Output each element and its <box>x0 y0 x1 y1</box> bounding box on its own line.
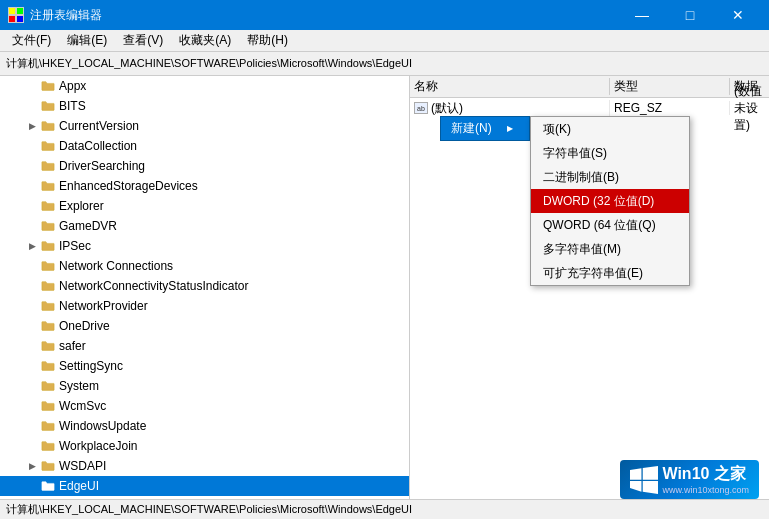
tree-label-networkconnections: Network Connections <box>59 259 173 273</box>
tree-item-safer[interactable]: ▶ safer <box>0 336 409 356</box>
tree-label-wcmsvc: WcmSvc <box>59 399 106 413</box>
tree-item-networkconnectivitystatusindicator[interactable]: ▶ NetworkConnectivityStatusIndicator <box>0 276 409 296</box>
minimize-button[interactable]: — <box>619 0 665 30</box>
tree-item-datacollection[interactable]: ▶ DataCollection <box>0 136 409 156</box>
submenu-item-qword[interactable]: QWORD (64 位值(Q) <box>531 213 689 237</box>
new-menu-item[interactable]: 新建(N) ▶ <box>440 116 530 141</box>
folder-icon-networkprovider <box>40 298 56 314</box>
menu-help[interactable]: 帮助(H) <box>239 30 296 51</box>
watermark-text: Win10 之家 www.win10xtong.com <box>662 464 749 495</box>
tree-label-settingsync: SettingSync <box>59 359 123 373</box>
folder-icon-onedrive <box>40 318 56 334</box>
status-text: 计算机\HKEY_LOCAL_MACHINE\SOFTWARE\Policies… <box>6 502 412 517</box>
folder-icon-bits <box>40 98 56 114</box>
new-submenu: 项(K)字符串值(S)二进制制值(B)DWORD (32 位值(D)QWORD … <box>530 116 690 286</box>
new-arrow: ▶ <box>507 124 513 133</box>
folder-icon-settingsync <box>40 358 56 374</box>
tree-item-networkprovider[interactable]: ▶ NetworkProvider <box>0 296 409 316</box>
tree-label-onedrive: OneDrive <box>59 319 110 333</box>
folder-icon-windowsadvanced <box>40 498 56 499</box>
tree-item-explorer[interactable]: ▶ Explorer <box>0 196 409 216</box>
tree-label-driversearching: DriverSearching <box>59 159 145 173</box>
svg-rect-3 <box>17 16 23 22</box>
folder-icon-workplacejoin <box>40 438 56 454</box>
address-path: 计算机\HKEY_LOCAL_MACHINE\SOFTWARE\Policies… <box>6 56 412 71</box>
svg-rect-1 <box>17 8 23 14</box>
folder-icon-networkconnectivitystatusindicator <box>40 278 56 294</box>
folder-icon-system <box>40 378 56 394</box>
menu-file[interactable]: 文件(F) <box>4 30 59 51</box>
folder-icon-wcmsvc <box>40 398 56 414</box>
win-logo <box>630 466 658 494</box>
cell-name: ab (默认) <box>410 100 610 117</box>
tree-item-gamedvr[interactable]: ▶ GameDVR <box>0 216 409 236</box>
status-bar: 计算机\HKEY_LOCAL_MACHINE\SOFTWARE\Policies… <box>0 499 769 519</box>
tree-item-settingsync[interactable]: ▶ SettingSync <box>0 356 409 376</box>
submenu-item-k[interactable]: 项(K) <box>531 117 689 141</box>
submenu-item-s[interactable]: 字符串值(S) <box>531 141 689 165</box>
context-menu-overlay: 新建(N) ▶ 项(K)字符串值(S)二进制制值(B)DWORD (32 位值(… <box>440 116 530 141</box>
table-header: 名称 类型 数据 <box>410 76 769 98</box>
title-bar-left: 注册表编辑器 <box>8 7 102 24</box>
tree-label-currentversion: CurrentVersion <box>59 119 139 133</box>
cell-data: (数值未设置) <box>730 83 769 134</box>
tree-toggle-currentversion[interactable]: ▶ <box>24 118 40 134</box>
tree-label-wsdapi: WSDAPI <box>59 459 106 473</box>
menu-favorites[interactable]: 收藏夹(A) <box>171 30 239 51</box>
tree-item-driversearching[interactable]: ▶ DriverSearching <box>0 156 409 176</box>
tree-item-windowsadvanced[interactable]: ▶ Windows Advanced Threat Protection <box>0 496 409 499</box>
folder-icon-safer <box>40 338 56 354</box>
tree-item-ipsec[interactable]: ▶ IPSec <box>0 236 409 256</box>
tree-label-system: System <box>59 379 99 393</box>
tree-item-bits[interactable]: ▶ BITS <box>0 96 409 116</box>
tree-item-system[interactable]: ▶ System <box>0 376 409 396</box>
window-controls: — □ ✕ <box>619 0 761 30</box>
tree-item-appx[interactable]: ▶ Appx <box>0 76 409 96</box>
folder-icon-edgeui <box>40 478 56 494</box>
tree-item-wsdapi[interactable]: ▶ WSDAPI <box>0 456 409 476</box>
submenu-item-dword[interactable]: DWORD (32 位值(D) <box>531 189 689 213</box>
tree-item-onedrive[interactable]: ▶ OneDrive <box>0 316 409 336</box>
tree-toggle-wsdapi[interactable]: ▶ <box>24 458 40 474</box>
tree-label-ipsec: IPSec <box>59 239 91 253</box>
tree-label-networkprovider: NetworkProvider <box>59 299 148 313</box>
tree-label-safer: safer <box>59 339 86 353</box>
watermark: Win10 之家 www.win10xtong.com <box>620 460 759 499</box>
col-name-header: 名称 <box>410 78 610 95</box>
tree-label-enhancedstoragedevices: EnhancedStorageDevices <box>59 179 198 193</box>
folder-icon-wsdapi <box>40 458 56 474</box>
tree-item-workplacejoin[interactable]: ▶ WorkplaceJoin <box>0 436 409 456</box>
close-button[interactable]: ✕ <box>715 0 761 30</box>
tree-item-wcmsvc[interactable]: ▶ WcmSvc <box>0 396 409 416</box>
tree-label-gamedvr: GameDVR <box>59 219 117 233</box>
tree-item-networkconnections[interactable]: ▶ Network Connections <box>0 256 409 276</box>
svg-rect-0 <box>9 8 15 14</box>
folder-icon-ipsec <box>40 238 56 254</box>
menu-view[interactable]: 查看(V) <box>115 30 171 51</box>
tree-label-explorer: Explorer <box>59 199 104 213</box>
registry-tree[interactable]: ▶ Appx▶ BITS▶ CurrentVersion▶ DataCollec… <box>0 76 410 499</box>
table-row[interactable]: ab (默认) REG_SZ (数值未设置) <box>410 98 769 118</box>
menu-edit[interactable]: 编辑(E) <box>59 30 115 51</box>
tree-label-networkconnectivitystatusindicator: NetworkConnectivityStatusIndicator <box>59 279 248 293</box>
tree-toggle-ipsec[interactable]: ▶ <box>24 238 40 254</box>
tree-item-enhancedstoragedevices[interactable]: ▶ EnhancedStorageDevices <box>0 176 409 196</box>
menu-bar: 文件(F) 编辑(E) 查看(V) 收藏夹(A) 帮助(H) <box>0 30 769 52</box>
folder-icon-enhancedstoragedevices <box>40 178 56 194</box>
tree-item-edgeui[interactable]: ▶ EdgeUI <box>0 476 409 496</box>
svg-rect-2 <box>9 16 15 22</box>
tree-label-edgeui: EdgeUI <box>59 479 99 493</box>
submenu-item-expand[interactable]: 可扩充字符串值(E) <box>531 261 689 285</box>
new-label: 新建(N) <box>451 120 492 137</box>
registry-values-panel: 名称 类型 数据 ab (默认) REG_SZ (数值未设置) 新建(N) ▶ <box>410 76 769 499</box>
tree-item-windowsupdate[interactable]: ▶ WindowsUpdate <box>0 416 409 436</box>
folder-icon-driversearching <box>40 158 56 174</box>
submenu-item-multi[interactable]: 多字符串值(M) <box>531 237 689 261</box>
window-title: 注册表编辑器 <box>30 7 102 24</box>
reg-value-icon: ab <box>414 102 428 114</box>
maximize-button[interactable]: □ <box>667 0 713 30</box>
tree-label-workplacejoin: WorkplaceJoin <box>59 439 137 453</box>
tree-item-currentversion[interactable]: ▶ CurrentVersion <box>0 116 409 136</box>
submenu-item-b[interactable]: 二进制制值(B) <box>531 165 689 189</box>
col-type-header: 类型 <box>610 78 730 95</box>
